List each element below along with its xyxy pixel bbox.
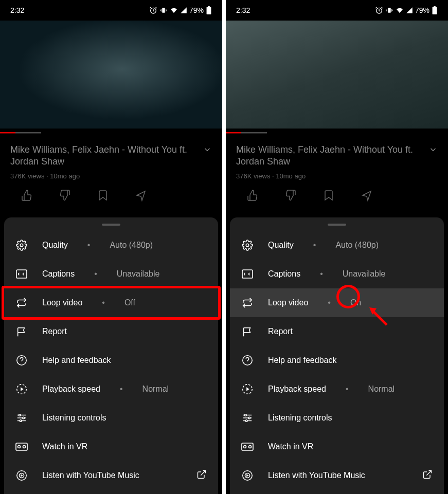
separator-dot: •: [87, 241, 91, 250]
status-time: 2:32: [10, 6, 24, 14]
menu-quality[interactable]: Quality • Auto (480p): [230, 231, 444, 260]
drag-handle[interactable]: [102, 224, 120, 226]
svg-rect-18: [433, 7, 437, 14]
menu-help[interactable]: Help and feedback: [4, 346, 218, 375]
svg-point-25: [248, 417, 250, 419]
video-title[interactable]: Mike Williams, Felix Jaehn - Without You…: [236, 144, 438, 168]
menu-label: Report: [268, 327, 293, 336]
captions-icon: [15, 268, 28, 280]
video-title[interactable]: Mike Williams, Felix Jaehn - Without You…: [10, 144, 212, 168]
alarm-icon: [375, 6, 383, 14]
menu-report[interactable]: Report: [230, 317, 444, 346]
menu-listening[interactable]: Listening controls: [230, 404, 444, 432]
gear-icon: [241, 239, 254, 251]
menu-label: Listening controls: [42, 413, 106, 423]
menu-value: Off: [124, 298, 135, 307]
menu-label: Captions: [42, 269, 75, 279]
dislike-icon[interactable]: [59, 189, 71, 202]
captions-icon: [241, 268, 254, 280]
svg-point-10: [20, 420, 22, 422]
menu-value: Unavailable: [343, 269, 386, 279]
svg-point-20: [246, 244, 249, 247]
signal-icon: [180, 7, 187, 14]
menu-loop[interactable]: Loop video • On: [230, 288, 444, 317]
menu-label: Help and feedback: [42, 356, 111, 365]
status-icons: 79%: [375, 6, 438, 14]
separator-dot: •: [328, 298, 331, 307]
svg-point-4: [20, 244, 23, 247]
menu-label: Listening controls: [268, 413, 332, 423]
status-bar: 2:32 79%: [226, 0, 448, 21]
share-icon[interactable]: [361, 189, 373, 202]
menu-label: Report: [42, 327, 67, 336]
like-icon[interactable]: [21, 189, 33, 202]
external-link-icon: [422, 469, 433, 482]
save-icon[interactable]: [97, 189, 109, 202]
drag-handle[interactable]: [328, 224, 346, 226]
sliders-icon: [241, 412, 254, 424]
loop-icon: [241, 297, 254, 309]
menu-listening[interactable]: Listening controls: [4, 404, 218, 432]
sliders-icon: [15, 412, 28, 424]
video-player[interactable]: [0, 21, 222, 129]
chevron-down-icon[interactable]: [203, 145, 212, 154]
help-icon: [241, 354, 254, 367]
status-icons: 79%: [149, 6, 212, 14]
help-icon: [15, 354, 28, 367]
menu-help[interactable]: Help and feedback: [230, 346, 444, 375]
menu-label: Playback speed: [268, 385, 326, 394]
svg-rect-3: [208, 6, 210, 7]
svg-rect-1: [162, 8, 165, 12]
svg-rect-2: [207, 7, 211, 14]
actions-row: [236, 189, 438, 202]
vr-icon: [15, 441, 28, 453]
menu-value: Auto (480p): [335, 241, 379, 250]
separator-dot: •: [320, 269, 323, 279]
actions-row: [10, 189, 212, 202]
external-link-icon: [196, 469, 207, 482]
bottom-sheet: Quality • Auto (480p) Captions • Unavail…: [4, 217, 218, 494]
video-player[interactable]: [226, 21, 448, 129]
like-icon[interactable]: [246, 189, 259, 202]
video-meta: 376K views · 10mo ago: [10, 172, 212, 180]
vibrate-icon: [159, 6, 168, 14]
speed-icon: [241, 383, 254, 395]
separator-dot: •: [313, 241, 316, 250]
menu-value: Auto (480p): [110, 241, 153, 250]
menu-ytmusic[interactable]: Listen with YouTube Music: [4, 461, 218, 490]
menu-quality[interactable]: Quality • Auto (480p): [4, 231, 218, 260]
menu-vr[interactable]: Watch in VR: [4, 432, 218, 461]
menu-label: Loop video: [268, 298, 308, 307]
alarm-icon: [149, 6, 157, 14]
flag-icon: [15, 325, 28, 338]
wifi-icon: [396, 6, 404, 14]
menu-label: Playback speed: [42, 385, 100, 394]
svg-point-9: [23, 417, 25, 419]
battery-icon: [432, 6, 438, 14]
menu-label: Watch in VR: [268, 442, 313, 451]
save-icon[interactable]: [322, 189, 335, 202]
menu-report[interactable]: Report: [4, 317, 218, 346]
menu-loop[interactable]: Loop video • Off: [4, 288, 218, 317]
screenshot-after: 2:32 79% Mike Williams, Felix Jaehn - Wi…: [226, 0, 448, 494]
ytmusic-icon: [241, 469, 254, 482]
menu-captions[interactable]: Captions • Unavailable: [230, 260, 444, 288]
video-meta: 376K views · 10mo ago: [236, 172, 438, 180]
menu-label: Help and feedback: [268, 356, 336, 365]
separator-dot: •: [94, 269, 97, 279]
svg-rect-19: [434, 6, 436, 7]
separator-dot: •: [346, 385, 349, 394]
vibrate-icon: [385, 6, 393, 14]
svg-point-13: [23, 446, 26, 448]
menu-speed[interactable]: Playback speed • Normal: [230, 375, 444, 404]
menu-ytmusic[interactable]: Listen with YouTube Music: [230, 461, 444, 490]
menu-speed[interactable]: Playback speed • Normal: [4, 375, 218, 404]
chevron-down-icon[interactable]: [428, 145, 438, 154]
menu-label: Quality: [42, 241, 68, 250]
signal-icon: [406, 7, 413, 14]
dislike-icon[interactable]: [284, 189, 297, 202]
menu-captions[interactable]: Captions • Unavailable: [4, 260, 218, 288]
status-time: 2:32: [236, 6, 250, 14]
menu-vr[interactable]: Watch in VR: [230, 432, 444, 461]
share-icon[interactable]: [135, 189, 147, 202]
